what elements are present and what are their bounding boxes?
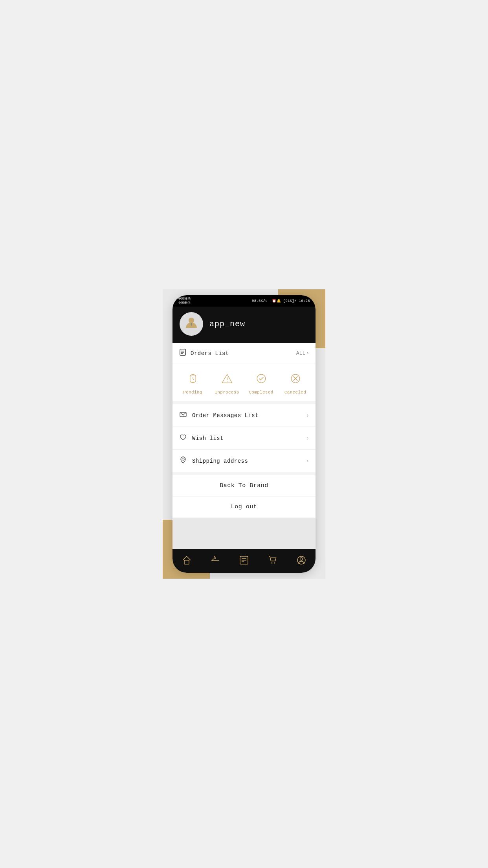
wish-list-label: Wish list	[192, 435, 224, 441]
order-status-row: Pending Inprocess	[172, 364, 316, 401]
canceled-icon-wrap	[287, 370, 304, 387]
inprocess-label: Inprocess	[215, 390, 239, 395]
svg-rect-20	[184, 560, 189, 564]
nav-home[interactable]	[178, 553, 195, 567]
hanger-icon	[210, 555, 220, 565]
bottom-nav	[172, 549, 316, 573]
nav-profile[interactable]	[293, 553, 310, 567]
location-icon	[179, 456, 187, 466]
svg-point-29	[300, 558, 303, 561]
all-label: ALL	[296, 350, 305, 356]
main-content: Orders List ALL ›	[172, 343, 316, 549]
carrier-info: 中国移动 中国电信	[178, 297, 191, 305]
svg-point-19	[182, 458, 184, 460]
orders-title: Orders List	[191, 350, 229, 357]
status-canceled[interactable]: Canceled	[278, 370, 312, 395]
profile-icon	[296, 555, 306, 565]
svg-point-0	[189, 318, 194, 323]
inprocess-icon-wrap	[219, 370, 235, 387]
cart-icon	[268, 555, 278, 565]
status-completed[interactable]: Completed	[244, 370, 278, 395]
time-label: 16:26	[299, 299, 310, 303]
heart-icon	[179, 433, 187, 443]
svg-line-10	[193, 379, 194, 380]
shipping-address-label: Shipping address	[192, 458, 248, 464]
canceled-label: Canceled	[284, 390, 306, 395]
avatar	[180, 312, 203, 336]
phone-frame: 中国移动 中国电信 98.5K/s ⏰🔔 [91%]⚡ 16:26	[172, 295, 316, 573]
orders-section: Orders List ALL ›	[172, 343, 316, 401]
nav-list[interactable]	[235, 553, 253, 567]
empty-area	[172, 518, 316, 549]
svg-point-13	[227, 381, 227, 382]
envelope-icon	[179, 410, 187, 420]
menu-item-order-messages[interactable]: Order Messages List ›	[172, 404, 316, 427]
action-section: Back To Brand Log out	[172, 475, 316, 517]
all-chevron: ›	[306, 350, 309, 356]
completed-icon-wrap	[253, 370, 270, 387]
menu-item-messages-left: Order Messages List	[179, 410, 259, 420]
orders-all-link[interactable]: ALL ›	[296, 350, 309, 356]
svg-point-26	[271, 563, 272, 564]
completed-label: Completed	[249, 390, 273, 395]
menu-item-wish-list[interactable]: Wish list ›	[172, 427, 316, 450]
time-battery: 98.5K/s ⏰🔔 [91%]⚡ 16:26	[252, 299, 310, 303]
speed-label: 98.5K/s	[252, 299, 268, 303]
pending-label: Pending	[183, 390, 202, 395]
menu-section: Order Messages List › Wish list ›	[172, 404, 316, 472]
orders-header: Orders List ALL ›	[172, 343, 316, 364]
orders-icon	[179, 348, 187, 358]
shipping-chevron: ›	[306, 458, 309, 464]
user-header: app_new	[172, 307, 316, 343]
log-out-button[interactable]: Log out	[172, 497, 316, 517]
list-icon	[239, 555, 249, 565]
status-inprocess[interactable]: Inprocess	[210, 370, 244, 395]
home-icon	[182, 555, 192, 565]
wish-list-chevron: ›	[306, 435, 309, 441]
battery-label: 91	[285, 299, 290, 303]
avatar-icon	[184, 315, 198, 333]
status-pending[interactable]: Pending	[176, 370, 210, 395]
status-bar: 中国移动 中国电信 98.5K/s ⏰🔔 [91%]⚡ 16:26	[172, 295, 316, 307]
nav-cart[interactable]	[264, 553, 281, 567]
nav-clothes[interactable]	[207, 553, 224, 567]
menu-item-wishlist-left: Wish list	[179, 433, 224, 443]
svg-point-14	[257, 374, 266, 383]
menu-item-shipping-left: Shipping address	[179, 456, 248, 466]
pending-icon-wrap	[185, 370, 201, 387]
order-messages-chevron: ›	[306, 412, 309, 419]
orders-header-left: Orders List	[179, 348, 229, 358]
page-background: 中国移动 中国电信 98.5K/s ⏰🔔 [91%]⚡ 16:26	[163, 289, 325, 579]
svg-point-27	[274, 563, 275, 564]
menu-item-shipping[interactable]: Shipping address ›	[172, 450, 316, 472]
carrier1-label: 中国移动	[178, 297, 191, 301]
back-to-brand-button[interactable]: Back To Brand	[172, 475, 316, 497]
order-messages-label: Order Messages List	[192, 412, 259, 419]
username-label: app_new	[209, 320, 245, 329]
carrier2-label: 中国电信	[178, 301, 191, 305]
